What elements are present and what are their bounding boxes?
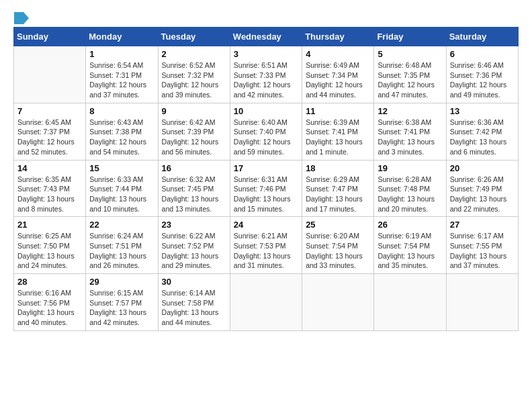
- calendar-cell: 8Sunrise: 6:43 AMSunset: 7:38 PMDaylight…: [86, 103, 158, 160]
- calendar-week-row: 28Sunrise: 6:16 AMSunset: 7:56 PMDayligh…: [14, 274, 519, 331]
- day-info: Sunrise: 6:54 AMSunset: 7:31 PMDaylight:…: [89, 60, 154, 100]
- day-info: Sunrise: 6:14 AMSunset: 7:58 PMDaylight:…: [162, 288, 226, 328]
- calendar-cell: 13Sunrise: 6:36 AMSunset: 7:42 PMDayligh…: [446, 103, 518, 160]
- calendar-cell: [446, 274, 518, 331]
- calendar-cell: 2Sunrise: 6:52 AMSunset: 7:32 PMDaylight…: [158, 46, 230, 103]
- day-number: 5: [378, 49, 442, 59]
- calendar-cell: 21Sunrise: 6:25 AMSunset: 7:50 PMDayligh…: [14, 217, 86, 274]
- day-number: 15: [89, 163, 154, 173]
- day-number: 27: [450, 220, 515, 230]
- day-number: 3: [234, 49, 298, 59]
- calendar-cell: [302, 274, 374, 331]
- calendar-cell: [374, 274, 446, 331]
- calendar-cell: 3Sunrise: 6:51 AMSunset: 7:33 PMDaylight…: [230, 46, 302, 103]
- day-info: Sunrise: 6:22 AMSunset: 7:52 PMDaylight:…: [162, 231, 226, 271]
- day-number: 29: [89, 277, 154, 287]
- day-info: Sunrise: 6:32 AMSunset: 7:45 PMDaylight:…: [162, 175, 226, 214]
- day-info: Sunrise: 6:25 AMSunset: 7:50 PMDaylight:…: [17, 231, 82, 271]
- calendar-cell: 6Sunrise: 6:46 AMSunset: 7:36 PMDaylight…: [446, 46, 518, 103]
- calendar-cell: 16Sunrise: 6:32 AMSunset: 7:45 PMDayligh…: [158, 160, 230, 217]
- page-header: [13, 11, 519, 21]
- calendar-cell: 12Sunrise: 6:38 AMSunset: 7:41 PMDayligh…: [374, 103, 446, 160]
- calendar-cell: 18Sunrise: 6:29 AMSunset: 7:47 PMDayligh…: [302, 160, 374, 217]
- col-wednesday: Wednesday: [230, 28, 302, 46]
- col-sunday: Sunday: [14, 28, 86, 46]
- calendar-week-row: 7Sunrise: 6:45 AMSunset: 7:37 PMDaylight…: [14, 103, 519, 160]
- day-number: 11: [306, 106, 370, 116]
- calendar-cell: 10Sunrise: 6:40 AMSunset: 7:40 PMDayligh…: [230, 103, 302, 160]
- day-info: Sunrise: 6:24 AMSunset: 7:51 PMDaylight:…: [89, 231, 154, 271]
- header-row: Sunday Monday Tuesday Wednesday Thursday…: [14, 28, 519, 46]
- day-info: Sunrise: 6:19 AMSunset: 7:54 PMDaylight:…: [378, 231, 442, 271]
- calendar-week-row: 1Sunrise: 6:54 AMSunset: 7:31 PMDaylight…: [14, 46, 519, 103]
- logo-icon: [14, 12, 29, 24]
- day-info: Sunrise: 6:28 AMSunset: 7:48 PMDaylight:…: [378, 175, 442, 214]
- calendar-cell: 26Sunrise: 6:19 AMSunset: 7:54 PMDayligh…: [374, 217, 446, 274]
- day-info: Sunrise: 6:29 AMSunset: 7:47 PMDaylight:…: [306, 175, 370, 214]
- calendar-cell: 4Sunrise: 6:49 AMSunset: 7:34 PMDaylight…: [302, 46, 374, 103]
- calendar-cell: 29Sunrise: 6:15 AMSunset: 7:57 PMDayligh…: [86, 274, 158, 331]
- day-info: Sunrise: 6:46 AMSunset: 7:36 PMDaylight:…: [450, 60, 515, 100]
- calendar-cell: 19Sunrise: 6:28 AMSunset: 7:48 PMDayligh…: [374, 160, 446, 217]
- day-number: 16: [162, 163, 226, 173]
- day-info: Sunrise: 6:16 AMSunset: 7:56 PMDaylight:…: [17, 288, 82, 328]
- day-number: 8: [89, 106, 154, 116]
- calendar-cell: 9Sunrise: 6:42 AMSunset: 7:39 PMDaylight…: [158, 103, 230, 160]
- day-info: Sunrise: 6:52 AMSunset: 7:32 PMDaylight:…: [162, 60, 226, 100]
- day-number: 2: [162, 49, 226, 59]
- day-number: 1: [89, 49, 154, 59]
- day-number: 17: [234, 163, 298, 173]
- calendar-cell: [14, 46, 86, 103]
- day-number: 26: [378, 220, 442, 230]
- day-number: 30: [162, 277, 226, 287]
- calendar-cell: 23Sunrise: 6:22 AMSunset: 7:52 PMDayligh…: [158, 217, 230, 274]
- calendar-cell: [230, 274, 302, 331]
- day-number: 7: [17, 106, 82, 116]
- day-number: 14: [17, 163, 82, 173]
- day-info: Sunrise: 6:43 AMSunset: 7:38 PMDaylight:…: [89, 118, 154, 157]
- calendar-table: Sunday Monday Tuesday Wednesday Thursday…: [13, 27, 519, 331]
- col-tuesday: Tuesday: [158, 28, 230, 46]
- calendar-cell: 22Sunrise: 6:24 AMSunset: 7:51 PMDayligh…: [86, 217, 158, 274]
- day-info: Sunrise: 6:21 AMSunset: 7:53 PMDaylight:…: [234, 231, 298, 271]
- calendar-cell: 5Sunrise: 6:48 AMSunset: 7:35 PMDaylight…: [374, 46, 446, 103]
- day-number: 23: [162, 220, 226, 230]
- day-number: 13: [450, 106, 515, 116]
- col-monday: Monday: [86, 28, 158, 46]
- calendar-cell: 17Sunrise: 6:31 AMSunset: 7:46 PMDayligh…: [230, 160, 302, 217]
- logo: [13, 11, 29, 21]
- calendar-cell: 11Sunrise: 6:39 AMSunset: 7:41 PMDayligh…: [302, 103, 374, 160]
- calendar-cell: 1Sunrise: 6:54 AMSunset: 7:31 PMDaylight…: [86, 46, 158, 103]
- col-friday: Friday: [374, 28, 446, 46]
- calendar-cell: 27Sunrise: 6:17 AMSunset: 7:55 PMDayligh…: [446, 217, 518, 274]
- day-number: 21: [17, 220, 82, 230]
- calendar-week-row: 14Sunrise: 6:35 AMSunset: 7:43 PMDayligh…: [14, 160, 519, 217]
- day-number: 25: [306, 220, 370, 230]
- day-info: Sunrise: 6:33 AMSunset: 7:44 PMDaylight:…: [89, 175, 154, 214]
- calendar-cell: 25Sunrise: 6:20 AMSunset: 7:54 PMDayligh…: [302, 217, 374, 274]
- day-info: Sunrise: 6:26 AMSunset: 7:49 PMDaylight:…: [450, 175, 515, 214]
- day-number: 10: [234, 106, 298, 116]
- calendar-cell: 14Sunrise: 6:35 AMSunset: 7:43 PMDayligh…: [14, 160, 86, 217]
- day-number: 6: [450, 49, 515, 59]
- day-info: Sunrise: 6:40 AMSunset: 7:40 PMDaylight:…: [234, 118, 298, 157]
- day-info: Sunrise: 6:45 AMSunset: 7:37 PMDaylight:…: [17, 118, 82, 157]
- day-info: Sunrise: 6:48 AMSunset: 7:35 PMDaylight:…: [378, 60, 442, 100]
- svg-marker-0: [14, 12, 29, 24]
- col-thursday: Thursday: [302, 28, 374, 46]
- calendar-cell: 7Sunrise: 6:45 AMSunset: 7:37 PMDaylight…: [14, 103, 86, 160]
- day-number: 12: [378, 106, 442, 116]
- calendar-cell: 30Sunrise: 6:14 AMSunset: 7:58 PMDayligh…: [158, 274, 230, 331]
- day-number: 18: [306, 163, 370, 173]
- day-info: Sunrise: 6:36 AMSunset: 7:42 PMDaylight:…: [450, 118, 515, 157]
- day-info: Sunrise: 6:17 AMSunset: 7:55 PMDaylight:…: [450, 231, 515, 271]
- day-info: Sunrise: 6:39 AMSunset: 7:41 PMDaylight:…: [306, 118, 370, 157]
- day-info: Sunrise: 6:20 AMSunset: 7:54 PMDaylight:…: [306, 231, 370, 271]
- day-info: Sunrise: 6:51 AMSunset: 7:33 PMDaylight:…: [234, 60, 298, 100]
- day-info: Sunrise: 6:49 AMSunset: 7:34 PMDaylight:…: [306, 60, 370, 100]
- day-number: 20: [450, 163, 515, 173]
- day-info: Sunrise: 6:31 AMSunset: 7:46 PMDaylight:…: [234, 175, 298, 214]
- day-info: Sunrise: 6:38 AMSunset: 7:41 PMDaylight:…: [378, 118, 442, 157]
- day-info: Sunrise: 6:35 AMSunset: 7:43 PMDaylight:…: [17, 175, 82, 214]
- day-number: 22: [89, 220, 154, 230]
